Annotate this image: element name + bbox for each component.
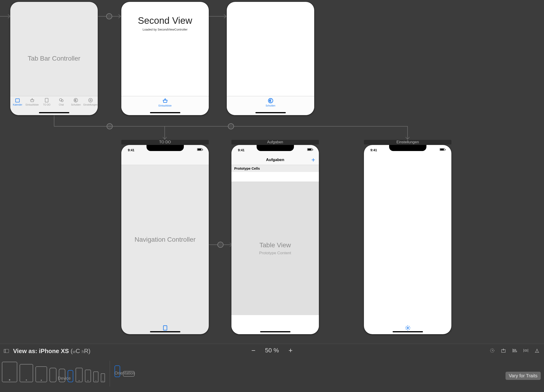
status-time: 9:41 — [128, 148, 134, 152]
svg-point-16 — [90, 99, 91, 101]
tab-schulden[interactable]: Schulden — [227, 98, 314, 107]
euro-icon — [268, 98, 274, 104]
tab-einkaufsliste[interactable]: Einkaufsliste — [25, 98, 40, 106]
table-view-body[interactable]: Table View Prototype Content — [231, 182, 319, 315]
battery-icon — [197, 148, 202, 151]
zoom-controls: − 50 % + — [250, 347, 294, 354]
calendar-icon — [15, 98, 20, 103]
device-iphone-8-plus[interactable] — [76, 368, 83, 382]
home-indicator — [393, 331, 423, 332]
basket-icon — [30, 98, 35, 103]
add-button[interactable]: + — [311, 157, 315, 163]
svg-point-4 — [107, 124, 112, 129]
home-indicator — [150, 331, 180, 332]
svg-point-5 — [228, 124, 234, 129]
prototype-header: Prototype Cells — [231, 165, 319, 172]
phone-frame: 9:41 — [364, 145, 451, 334]
prototype-cell[interactable] — [231, 172, 319, 182]
phone-frame: Tab Bar Controller Kalender Einkaufslist… — [10, 2, 98, 115]
list-icon — [44, 98, 49, 103]
scene-title-bar[interactable]: Einstellungen — [364, 140, 451, 144]
vary-for-traits-button[interactable]: Vary for Traits — [506, 372, 541, 380]
device-ipad-12-9[interactable] — [2, 362, 17, 382]
layout-tools — [489, 347, 540, 354]
update-frames-button[interactable] — [489, 347, 496, 354]
device-iphone-4s[interactable] — [101, 373, 105, 382]
scene-einstellungen[interactable]: Einstellungen 9:41 — [364, 145, 451, 334]
phone-frame: 9:41 Aufgaben + Prototype Cells Table Vi… — [231, 145, 319, 334]
svg-point-2 — [106, 13, 112, 19]
tab-chat[interactable]: Chat — [54, 98, 69, 106]
scene-tabbar-controller[interactable]: Tab Bar Controller Kalender Einkaufslist… — [10, 2, 98, 115]
view-subtitle: Loaded by SecondViewController — [121, 28, 209, 31]
svg-point-17 — [89, 98, 93, 102]
tab-todo-icon[interactable] — [162, 325, 168, 332]
phone-frame: Schulden — [227, 2, 314, 115]
view-as-label[interactable]: View as: iPhone XS (wC hR) — [13, 347, 90, 355]
separator — [110, 361, 110, 386]
scene-aufgaben[interactable]: Aufgaben 9:41 Aufgaben + Prototype Cells… — [231, 145, 319, 334]
nav-bar: Aufgaben + — [231, 155, 319, 165]
device-ipad-11[interactable] — [20, 364, 33, 382]
controller-title: Tab Bar Controller — [10, 55, 98, 62]
svg-rect-27 — [514, 351, 517, 352]
battery-icon — [307, 148, 312, 151]
svg-rect-10 — [45, 98, 48, 102]
tab-kalender[interactable]: Kalender — [10, 98, 25, 106]
resolve-issues-button[interactable] — [534, 347, 540, 354]
align-button[interactable] — [511, 347, 518, 354]
tab-schulden[interactable]: Schulden — [69, 98, 83, 106]
device-iphone-8[interactable] — [85, 370, 91, 382]
trait-bar: View as: iPhone XS (wC hR) − 50 % + — [0, 344, 544, 392]
orientation-group-label: Orientation — [115, 371, 135, 376]
document-outline-toggle[interactable] — [4, 349, 9, 353]
chat-icon — [59, 98, 64, 103]
battery-icon — [440, 148, 445, 151]
notch — [147, 145, 184, 151]
zoom-value: 50 % — [265, 347, 279, 354]
zoom-out-button[interactable]: − — [250, 347, 257, 354]
notch — [257, 145, 294, 151]
home-indicator — [150, 112, 180, 113]
view-title: Second View — [121, 15, 209, 26]
device-iphone-xs-max[interactable] — [49, 368, 56, 382]
device-picker — [2, 361, 105, 382]
scene-navigation-controller[interactable]: TO DO 9:41 Navigation Controller — [121, 145, 209, 334]
status-time: 9:41 — [238, 148, 244, 152]
tab-settings-icon[interactable] — [405, 325, 411, 332]
controller-title: Navigation Controller — [121, 236, 209, 243]
svg-point-22 — [407, 327, 408, 329]
pin-constraints-button[interactable] — [523, 347, 529, 354]
tab-einstellungen[interactable]: Einstellungen — [83, 98, 98, 106]
home-indicator — [255, 112, 286, 113]
scene-title-bar[interactable]: Aufgaben — [231, 140, 319, 144]
basket-icon — [162, 98, 168, 104]
scene-second-view[interactable]: Second View Loaded by SecondViewControll… — [121, 2, 209, 115]
phone-frame: Second View Loaded by SecondViewControll… — [121, 2, 209, 115]
scene-title-bar[interactable]: TO DO — [121, 140, 209, 144]
device-iphone-se[interactable] — [93, 371, 98, 382]
home-indicator — [39, 112, 69, 113]
svg-rect-8 — [16, 99, 20, 102]
storyboard-canvas[interactable]: Tab Bar Controller Kalender Einkaufslist… — [0, 0, 544, 344]
scene-schulden-view[interactable]: Schulden — [227, 2, 314, 115]
tableview-title: Table View — [259, 242, 291, 249]
home-indicator — [260, 331, 290, 332]
device-group-label: Device — [58, 376, 71, 381]
tableview-subtitle: Prototype Content — [259, 251, 291, 255]
embed-in-button[interactable] — [500, 347, 507, 354]
svg-rect-30 — [525, 350, 527, 351]
svg-point-7 — [218, 242, 223, 248]
gear-icon — [88, 98, 93, 103]
nav-title: Aufgaben — [266, 158, 284, 162]
notch — [389, 145, 426, 151]
status-time: 9:41 — [370, 148, 377, 152]
tab-einkaufsliste[interactable]: Einkaufsliste — [121, 98, 209, 107]
tab-todo[interactable]: TO DO — [39, 98, 54, 106]
svg-rect-26 — [514, 349, 516, 350]
svg-rect-19 — [163, 326, 167, 330]
euro-icon — [73, 98, 78, 103]
zoom-in-button[interactable]: + — [287, 347, 294, 354]
phone-frame: 9:41 Navigation Controller — [121, 145, 209, 334]
device-ipad-9-7[interactable] — [35, 366, 47, 382]
